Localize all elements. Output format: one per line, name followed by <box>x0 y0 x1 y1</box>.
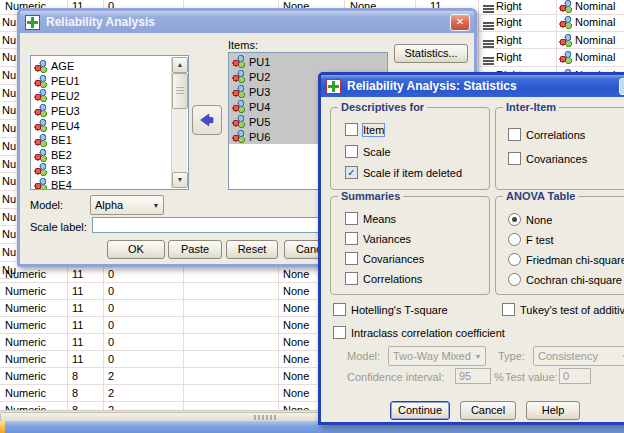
variable-list-item[interactable]: BE3 <box>31 163 188 178</box>
variable-list-item[interactable]: AGE <box>31 59 188 74</box>
table-row[interactable]: Nu <box>0 85 18 103</box>
checkbox-tukey[interactable]: Tukey's test of additivity <box>502 303 624 316</box>
checkbox-item-descriptives[interactable]: Item <box>345 123 384 136</box>
checkbox-sum-covariances[interactable]: Covariances <box>345 252 424 265</box>
table-row[interactable]: Nu <box>0 138 18 156</box>
variable-list-item[interactable]: BE2 <box>31 148 188 163</box>
checkbox-scale-if-item-deleted[interactable]: ✓ Scale if item deleted <box>345 166 462 179</box>
nominal-measure-icon <box>34 75 48 88</box>
cell-type: Numeric <box>5 334 46 350</box>
cell-decimals: 0 <box>108 300 114 316</box>
table-row[interactable]: Nu <box>0 209 18 227</box>
nominal-measure-icon <box>34 104 48 117</box>
variable-list-item[interactable]: PEU4 <box>31 118 188 133</box>
icc-type-combobox: Consistency ▼ <box>533 346 624 366</box>
cell-values: None <box>283 368 309 384</box>
ok-button[interactable]: OK <box>107 240 165 259</box>
statistics-button[interactable]: Statistics... <box>394 44 468 63</box>
vertical-scrollbar[interactable]: ▲ ▼ <box>171 57 187 188</box>
variable-list-item[interactable]: PEU2 <box>31 89 188 104</box>
cell-values: None <box>283 334 309 350</box>
table-row[interactable]: Right Nominal <box>478 32 624 50</box>
radio-cochran[interactable]: Cochran chi-square <box>508 273 622 286</box>
variable-list-item[interactable]: PEU1 <box>31 74 188 89</box>
table-row[interactable]: Numeric 8 2 None <box>0 385 317 402</box>
variable-list-item[interactable]: BE4 <box>31 177 188 190</box>
radio-friedman[interactable]: Friedman chi-square <box>508 253 624 266</box>
table-row[interactable]: Nu <box>0 244 18 262</box>
radio-f-test[interactable]: F test <box>508 233 554 246</box>
table-row[interactable]: Nu <box>0 32 18 50</box>
table-row[interactable]: Right Nominal <box>478 14 624 32</box>
test-value-label: Test value: <box>505 371 558 383</box>
scrollbar-thumb[interactable] <box>0 412 320 422</box>
continue-button[interactable]: Continue <box>390 401 450 420</box>
cell-type-clipped: Nu <box>2 14 16 31</box>
checkbox-means[interactable]: Means <box>345 212 396 225</box>
cell-measure: Nominal <box>575 32 615 49</box>
cancel-button[interactable]: Cancel <box>460 401 516 420</box>
checkbox-checked-icon: ✓ <box>345 166 358 179</box>
dialog-title-bar[interactable]: Reliability Analysis <box>20 11 474 33</box>
scroll-down-button[interactable]: ▼ <box>172 172 188 188</box>
reset-button[interactable]: Reset <box>226 240 278 259</box>
model-combobox[interactable]: Alpha ▼ <box>90 195 164 215</box>
checkbox-icon <box>345 212 358 225</box>
scrollbar-grip-icon <box>254 415 276 420</box>
checkbox-intraclass[interactable]: Intraclass correlation coefficient <box>333 326 505 339</box>
cell-width: 11 <box>72 351 83 367</box>
icc-model-combobox: Two-Way Mixed ▼ <box>388 346 486 366</box>
variable-list-item[interactable]: BE1 <box>31 133 188 148</box>
checkbox-sum-correlations[interactable]: Correlations <box>345 272 422 285</box>
variable-list-item[interactable]: PEU3 <box>31 103 188 118</box>
table-row[interactable]: Numeric 11 0 None <box>0 283 317 300</box>
checkbox-correlations[interactable]: Correlations <box>508 128 585 141</box>
cell-type-clipped: Nu <box>2 32 16 49</box>
table-row[interactable]: Nu <box>0 14 18 32</box>
table-row[interactable]: Nu <box>0 226 18 244</box>
table-row[interactable]: Nu <box>0 173 18 191</box>
close-button[interactable]: ✕ <box>450 14 470 31</box>
checkbox-scale[interactable]: Scale <box>345 145 391 158</box>
table-row[interactable]: Numeric 8 2 None <box>0 368 317 385</box>
scroll-up-button[interactable]: ▲ <box>172 57 188 73</box>
table-row[interactable]: Nu <box>0 49 18 67</box>
horizontal-scrollbar[interactable] <box>0 410 318 421</box>
radio-icon <box>508 253 521 266</box>
cell-type-clipped: Nu <box>2 138 16 155</box>
variables-list[interactable]: AGE PEU1 PEU2 PEU3 <box>30 55 189 190</box>
table-row[interactable]: Nu <box>0 191 18 209</box>
table-row[interactable]: Nu <box>0 120 18 138</box>
checkbox-hotelling[interactable]: Hotelling's T-square <box>333 303 448 316</box>
checkbox-icon <box>345 123 358 136</box>
chevron-down-icon: ▼ <box>618 353 624 360</box>
dialog-title: Reliability Analysis: Statistics <box>347 79 517 93</box>
table-row[interactable]: Nu <box>0 156 18 174</box>
checkbox-icon <box>508 152 521 165</box>
nominal-measure-icon <box>232 100 246 113</box>
table-row[interactable]: Numeric 11 0 None <box>0 317 317 334</box>
table-row[interactable]: Numeric 11 0 None <box>0 266 317 283</box>
cell-type: Numeric <box>5 317 46 333</box>
table-row[interactable]: Numeric 11 0 None <box>0 351 317 368</box>
table-row[interactable]: Nu <box>0 102 18 120</box>
cell-type: Numeric <box>5 283 46 299</box>
dialog-title-bar[interactable]: Reliability Analysis: Statistics <box>321 75 624 97</box>
table-row[interactable]: Numeric 11 0 None <box>0 334 317 351</box>
item-list-item[interactable]: PU1 <box>229 54 387 69</box>
radio-none[interactable]: None <box>508 213 552 226</box>
scrollbar-thumb[interactable] <box>172 73 188 109</box>
checkbox-variances[interactable]: Variances <box>345 232 411 245</box>
table-row[interactable]: Nu <box>0 67 18 85</box>
chevron-down-icon: ▼ <box>149 202 163 209</box>
cell-decimals: 0 <box>108 334 114 350</box>
cell-type-clipped: Nu <box>2 226 16 243</box>
paste-button[interactable]: Paste <box>168 240 222 259</box>
help-button[interactable]: Help <box>526 401 580 420</box>
table-row[interactable]: Right Nominal <box>478 49 624 67</box>
item-name: PU1 <box>249 56 270 68</box>
checkbox-covariances[interactable]: Covariances <box>508 152 587 165</box>
close-button[interactable] <box>619 78 624 95</box>
table-row[interactable]: Numeric 11 0 None <box>0 300 317 317</box>
transfer-arrow-button[interactable] <box>192 105 222 135</box>
